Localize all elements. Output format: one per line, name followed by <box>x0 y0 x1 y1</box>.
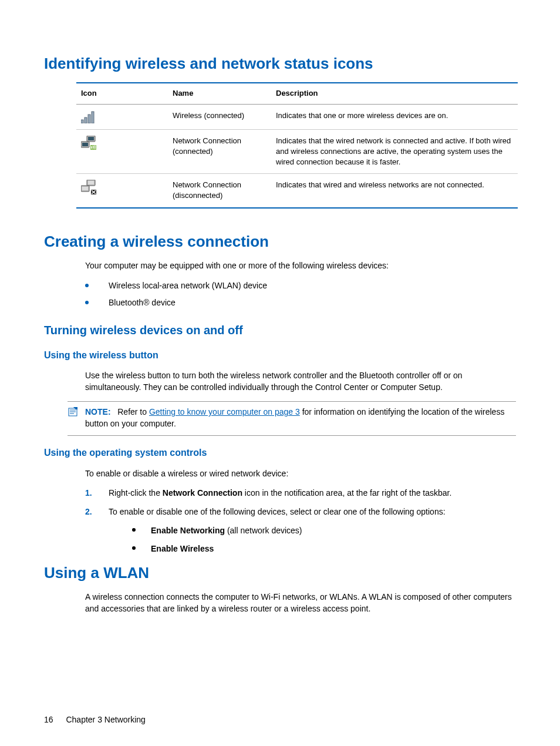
list-item: Bluetooth® device <box>85 297 516 309</box>
table-row: Wireless (connected) Indicates that one … <box>76 104 518 129</box>
step2-text: To enable or disable one of the followin… <box>109 507 446 516</box>
svg-rect-0 <box>81 120 83 123</box>
table-row: Network Connection (disconnected) Indica… <box>76 174 518 208</box>
svg-rect-5 <box>88 137 94 140</box>
note-pre: Refer to <box>117 407 149 416</box>
list-item: Enable Wireless <box>132 543 516 555</box>
list-item: Enable Networking (all network devices) <box>132 525 516 537</box>
cell-name: Network Connection (disconnected) <box>168 174 271 208</box>
th-name: Name <box>168 83 271 104</box>
svg-rect-7 <box>82 143 88 146</box>
th-icon: Icon <box>76 83 168 104</box>
note-icon <box>68 406 79 417</box>
heading-wlan: Using a WLAN <box>44 562 516 583</box>
step-item: To enable or disable one of the followin… <box>85 506 516 555</box>
heading-os-controls: Using the operating system controls <box>44 446 516 459</box>
opt1-bold: Enable Networking <box>151 526 225 535</box>
opt2-bold: Enable Wireless <box>151 544 214 553</box>
step1-bold: Network Connection <box>163 488 242 498</box>
step-item: Right-click the Network Connection icon … <box>85 488 516 499</box>
list-item: Wireless local-area network (WLAN) devic… <box>85 280 516 292</box>
svg-rect-11 <box>95 145 96 149</box>
svg-rect-9 <box>91 146 92 149</box>
steps-list: Right-click the Network Connection icon … <box>85 488 516 555</box>
cell-desc: Indicates that the wired network is conn… <box>271 129 518 174</box>
svg-rect-15 <box>82 187 88 190</box>
heading-wireless-button: Using the wireless button <box>44 349 516 362</box>
svg-rect-2 <box>88 115 90 123</box>
cell-desc: Indicates that wired and wireless networ… <box>271 174 518 208</box>
network-disconnected-icon <box>81 180 97 195</box>
heading-turning: Turning wireless devices on and off <box>44 322 516 338</box>
note: NOTE: Refer to Getting to know your comp… <box>68 401 516 436</box>
page-footer: 16 Chapter 3 Networking <box>44 714 516 726</box>
step1-a: Right-click the <box>109 488 163 498</box>
svg-rect-13 <box>88 181 94 184</box>
para-wireless-button: Use the wireless button to turn both the… <box>85 370 516 393</box>
para-devices: Your computer may be equipped with one o… <box>85 260 516 272</box>
xref-link[interactable]: Getting to know your computer on page 3 <box>149 407 300 416</box>
heading-creating: Creating a wireless connection <box>44 231 516 252</box>
para-os-controls: To enable or disable a wireless or wired… <box>85 468 516 480</box>
chapter-label: Chapter 3 Networking <box>66 715 145 724</box>
cell-name: Network Connection (connected) <box>168 129 271 174</box>
table-row: Network Connection (connected) Indicates… <box>76 129 518 174</box>
note-label: NOTE: <box>85 407 111 416</box>
cell-desc: Indicates that one or more wireless devi… <box>271 104 518 129</box>
svg-rect-1 <box>85 117 87 123</box>
para-wlan: A wireless connection connects the compu… <box>85 592 516 614</box>
step1-b: icon in the notification area, at the fa… <box>242 488 451 498</box>
th-desc: Description <box>271 83 518 104</box>
svg-rect-10 <box>93 146 94 149</box>
network-connected-icon <box>81 136 97 151</box>
opt1-rest: (all network devices) <box>225 526 302 535</box>
device-list: Wireless local-area network (WLAN) devic… <box>85 280 516 309</box>
page-number: 16 <box>44 715 53 724</box>
svg-rect-3 <box>92 112 94 123</box>
options-list: Enable Networking (all network devices) … <box>132 525 516 555</box>
heading-identifying: Identifying wireless and network status … <box>44 53 516 74</box>
wireless-connected-icon <box>81 110 96 123</box>
icon-status-table: Icon Name Description Wireless (connecte… <box>76 82 518 208</box>
cell-name: Wireless (connected) <box>168 104 271 129</box>
